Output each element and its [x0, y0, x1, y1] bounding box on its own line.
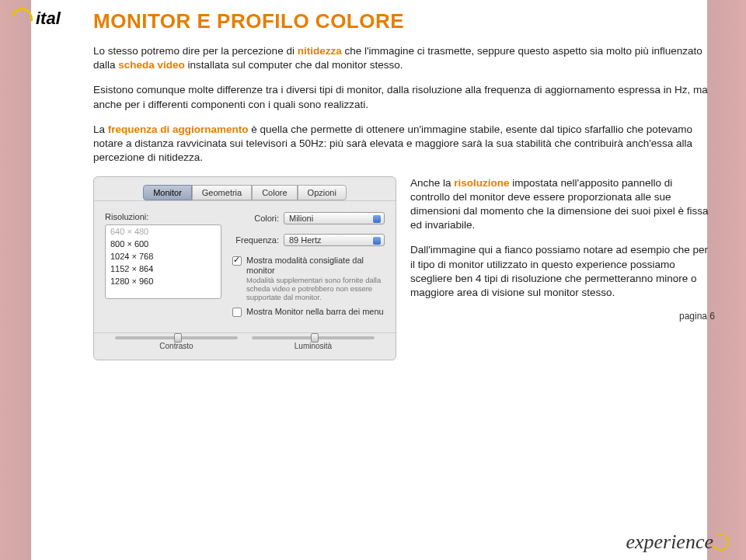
brand-logo: ital	[11, 8, 61, 30]
brightness-label: Luminosità	[295, 342, 332, 350]
keyword-frequenza: frequenza di aggiornamento	[108, 123, 249, 135]
right-text-column: Anche la risoluzione impostata nell'appo…	[410, 176, 715, 322]
settings-column: Colori: Milioni Frequenza: 89 Hertz Most…	[232, 212, 385, 322]
resolution-option[interactable]: 640 × 480	[106, 225, 221, 238]
paragraph-3: La frequenza di aggiornamento è quella c…	[93, 123, 715, 165]
tab-monitor[interactable]: Monitor	[143, 185, 192, 200]
experience-logo: experience	[626, 530, 729, 554]
tab-geometria[interactable]: Geometria	[192, 185, 252, 200]
panel-body: Risoluzioni: 640 × 480 800 × 600 1024 × …	[94, 201, 396, 328]
resolutions-column: Risoluzioni: 640 × 480 800 × 600 1024 × …	[105, 212, 221, 322]
frequency-select[interactable]: 89 Hertz	[284, 234, 385, 246]
checkbox-menubar: Mostra Monitor nella barra dei menu	[232, 307, 385, 317]
resolutions-list[interactable]: 640 × 480 800 × 600 1024 × 768 1152 × 86…	[105, 224, 221, 299]
tab-opzioni[interactable]: Opzioni	[298, 185, 347, 200]
panel-tabs: Monitor Geometria Colore Opzioni	[94, 177, 396, 201]
colors-select[interactable]: Milioni	[284, 212, 385, 224]
paragraph-example: Dall'immagine qui a fianco possiamo nota…	[410, 243, 715, 300]
frequency-field: Frequenza: 89 Hertz	[232, 234, 385, 246]
checkbox-recommended-modes: Mostra modalità consigliate dal monitor …	[232, 256, 385, 302]
keyword-risoluzione: risoluzione	[454, 177, 509, 189]
paragraph-1: Lo stesso potremo dire per la percezione…	[93, 44, 715, 72]
resolution-option[interactable]: 1280 × 960	[106, 275, 221, 287]
checkbox-label: Mostra Monitor nella barra dei menu	[246, 307, 384, 317]
checkbox-hint: Modalità supplementari sono fornite dall…	[246, 277, 385, 302]
checkbox-icon[interactable]	[232, 256, 242, 266]
paragraph-risoluzione: Anche la risoluzione impostata nell'appo…	[410, 176, 715, 233]
contrast-slider[interactable]	[115, 336, 238, 339]
monitor-settings-panel: Monitor Geometria Colore Opzioni Risoluz…	[93, 176, 396, 360]
paragraph-2: Esistono comunque molte differenze tra i…	[93, 83, 715, 111]
resolution-option[interactable]: 1152 × 864	[106, 263, 221, 275]
sliders-row: Contrasto Luminosità	[94, 332, 396, 350]
resolution-option[interactable]: 1024 × 768	[106, 250, 221, 263]
resolutions-label: Risoluzioni:	[105, 212, 221, 221]
page-title: MONITOR E PROFILO COLORE	[93, 9, 715, 33]
keyword-nitidezza: nitidezza	[298, 45, 342, 57]
logo-text: ital	[36, 9, 61, 29]
resolution-option[interactable]: 800 × 600	[106, 238, 221, 250]
colors-label: Colori:	[232, 214, 279, 223]
slider-thumb-icon[interactable]	[311, 333, 319, 343]
logo-swoosh-icon	[7, 4, 37, 33]
page-content: MONITOR E PROFILO COLORE Lo stesso potre…	[0, 0, 746, 360]
checkbox-label: Mostra modalità consigliate dal monitor	[246, 256, 385, 276]
experience-logo-text: experience	[626, 530, 713, 554]
contrast-label: Contrasto	[159, 342, 193, 350]
slider-thumb-icon[interactable]	[174, 333, 182, 343]
checkbox-icon[interactable]	[232, 308, 242, 317]
keyword-scheda-video: scheda video	[118, 59, 185, 71]
tab-colore[interactable]: Colore	[252, 185, 297, 200]
colors-field: Colori: Milioni	[232, 212, 385, 224]
brightness-slider[interactable]	[252, 336, 375, 339]
page-number: pagina 6	[410, 311, 715, 322]
contrast-slider-group: Contrasto	[115, 336, 238, 350]
lower-row: Monitor Geometria Colore Opzioni Risoluz…	[93, 176, 715, 360]
frequency-label: Frequenza:	[232, 235, 279, 245]
brightness-slider-group: Luminosità	[252, 336, 375, 350]
